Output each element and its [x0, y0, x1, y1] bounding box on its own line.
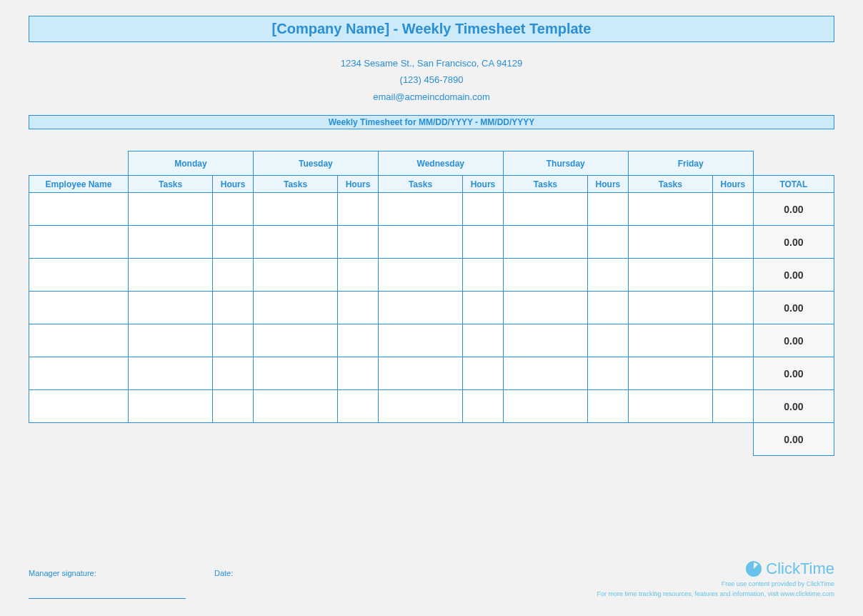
cell-hours[interactable]: [338, 259, 379, 292]
cell-hours[interactable]: [588, 193, 629, 226]
cell-employee[interactable]: [29, 390, 129, 423]
signature-label: Manager signature:: [29, 569, 186, 577]
cell-hours[interactable]: [213, 324, 254, 357]
cell-hours[interactable]: [588, 292, 629, 324]
cell-task[interactable]: [378, 226, 462, 259]
day-header-tuesday: Tuesday: [253, 151, 378, 176]
cell-task[interactable]: [253, 324, 337, 357]
col-hours: Hours: [213, 176, 254, 193]
cell-hours[interactable]: [338, 193, 379, 226]
cell-hours[interactable]: [463, 226, 504, 259]
cell-hours[interactable]: [713, 390, 754, 423]
cell-task[interactable]: [128, 390, 212, 423]
cell-task[interactable]: [628, 357, 712, 390]
address-line: 1234 Sesame St., San Francisco, CA 94129: [29, 55, 834, 71]
cell-hours[interactable]: [713, 226, 754, 259]
cell-employee[interactable]: [29, 226, 129, 259]
cell-hours[interactable]: [213, 357, 254, 390]
row-total: 0.00: [784, 269, 803, 281]
footer: Manager signature: Date: ClickTime Free …: [29, 560, 834, 599]
cell-task[interactable]: [378, 390, 462, 423]
cell-hours[interactable]: [463, 292, 504, 324]
cell-hours[interactable]: [713, 324, 754, 357]
cell-task[interactable]: [253, 193, 337, 226]
cell-task[interactable]: [503, 193, 587, 226]
cell-employee[interactable]: [29, 357, 129, 390]
cell-task[interactable]: [378, 324, 462, 357]
cell-hours[interactable]: [338, 324, 379, 357]
cell-hours[interactable]: [588, 324, 629, 357]
cell-hours[interactable]: [338, 357, 379, 390]
cell-task[interactable]: [628, 324, 712, 357]
cell-hours[interactable]: [588, 226, 629, 259]
cell-task[interactable]: [253, 226, 337, 259]
cell-task[interactable]: [128, 259, 212, 292]
cell-task[interactable]: [253, 292, 337, 324]
day-header-thursday: Thursday: [503, 151, 628, 176]
cell-hours[interactable]: [338, 292, 379, 324]
cell-hours[interactable]: [463, 390, 504, 423]
cell-task[interactable]: [128, 193, 212, 226]
col-hours: Hours: [588, 176, 629, 193]
cell-hours[interactable]: [713, 259, 754, 292]
cell-task[interactable]: [503, 324, 587, 357]
day-header-monday: Monday: [128, 151, 253, 176]
col-tasks: Tasks: [503, 176, 587, 193]
email-line: email@acmeincdomain.com: [29, 89, 834, 105]
row-total: 0.00: [784, 204, 803, 215]
cell-hours[interactable]: [588, 357, 629, 390]
cell-task[interactable]: [503, 226, 587, 259]
col-hours: Hours: [338, 176, 379, 193]
day-header-friday: Friday: [628, 151, 753, 176]
cell-task[interactable]: [378, 193, 462, 226]
row-total: 0.00: [784, 302, 803, 314]
cell-hours[interactable]: [213, 226, 254, 259]
timesheet-table: Monday Tuesday Wednesday Thursday Friday…: [29, 151, 834, 456]
cell-task[interactable]: [128, 226, 212, 259]
cell-task[interactable]: [378, 357, 462, 390]
cell-task[interactable]: [503, 357, 587, 390]
cell-task[interactable]: [378, 292, 462, 324]
cell-task[interactable]: [503, 292, 587, 324]
cell-hours[interactable]: [213, 292, 254, 324]
cell-hours[interactable]: [338, 390, 379, 423]
cell-employee[interactable]: [29, 324, 129, 357]
cell-task[interactable]: [503, 259, 587, 292]
col-employee: Employee Name: [29, 176, 129, 193]
cell-task[interactable]: [253, 357, 337, 390]
col-tasks: Tasks: [253, 176, 337, 193]
cell-hours[interactable]: [463, 357, 504, 390]
cell-hours[interactable]: [213, 193, 254, 226]
cell-task[interactable]: [128, 292, 212, 324]
cell-hours[interactable]: [588, 259, 629, 292]
cell-hours[interactable]: [463, 324, 504, 357]
cell-task[interactable]: [253, 390, 337, 423]
cell-hours[interactable]: [463, 259, 504, 292]
col-hours: Hours: [713, 176, 754, 193]
cell-task[interactable]: [628, 259, 712, 292]
cell-task[interactable]: [128, 324, 212, 357]
cell-task[interactable]: [628, 390, 712, 423]
cell-task[interactable]: [378, 259, 462, 292]
cell-task[interactable]: [128, 357, 212, 390]
cell-hours[interactable]: [213, 390, 254, 423]
cell-hours[interactable]: [338, 226, 379, 259]
cell-hours[interactable]: [713, 292, 754, 324]
cell-employee[interactable]: [29, 193, 129, 226]
cell-hours[interactable]: [463, 193, 504, 226]
cell-task[interactable]: [253, 259, 337, 292]
cell-employee[interactable]: [29, 259, 129, 292]
cell-hours[interactable]: [213, 259, 254, 292]
clock-icon: [744, 560, 763, 578]
row-total: 0.00: [784, 401, 803, 412]
cell-task[interactable]: [628, 193, 712, 226]
col-hours: Hours: [463, 176, 504, 193]
cell-hours[interactable]: [588, 390, 629, 423]
cell-task[interactable]: [628, 226, 712, 259]
cell-task[interactable]: [503, 390, 587, 423]
page-title: [Company Name] - Weekly Timesheet Templa…: [29, 16, 834, 42]
cell-task[interactable]: [628, 292, 712, 324]
cell-hours[interactable]: [713, 357, 754, 390]
cell-hours[interactable]: [713, 193, 754, 226]
cell-employee[interactable]: [29, 292, 129, 324]
